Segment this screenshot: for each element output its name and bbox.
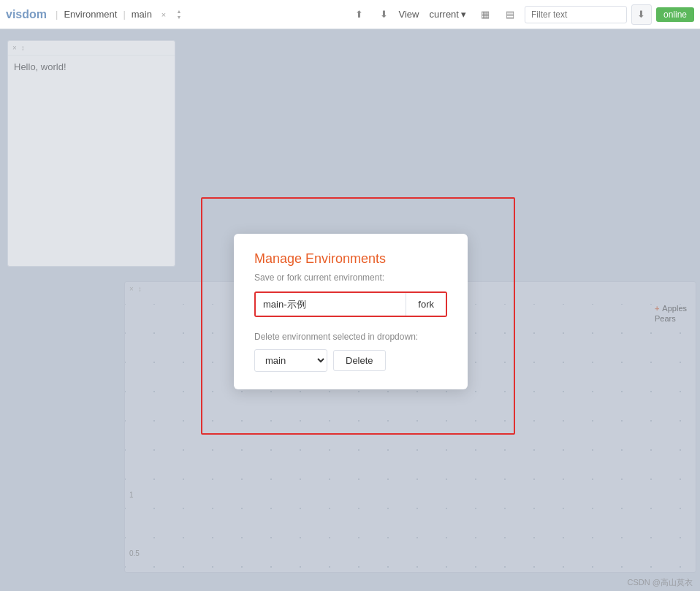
grid-view-button[interactable]: ▦: [475, 4, 495, 25]
modal-title: Manage Environments: [254, 251, 447, 267]
toolbar: visdom | Environment | main × ▲ ▼ ⬆ ⬇ Vi…: [0, 0, 700, 29]
view-current-label: current: [430, 9, 459, 20]
fork-row: fork: [254, 291, 447, 317]
upload-button[interactable]: ⬆: [349, 4, 370, 25]
brand-logo: visdom: [6, 8, 47, 21]
env-close-button[interactable]: ×: [158, 9, 170, 20]
environment-name: main: [132, 9, 152, 20]
fork-input[interactable]: [256, 293, 406, 316]
filter-download-button[interactable]: ⬇: [631, 4, 652, 25]
online-badge: online: [656, 7, 694, 22]
modal-save-subtitle: Save or fork current environment:: [254, 272, 447, 283]
manage-environments-dialog: Manage Environments Save or fork current…: [234, 234, 468, 389]
modal-delete-subtitle: Delete environment selected in dropdown:: [254, 332, 447, 342]
arrow-down-icon[interactable]: ▼: [175, 15, 183, 20]
view-label: View: [399, 9, 419, 20]
delete-row: main Delete: [254, 349, 447, 372]
arrow-up-icon[interactable]: ▲: [175, 9, 183, 15]
filter-input[interactable]: [525, 6, 627, 23]
upload-icon: ⬆: [355, 9, 363, 20]
sep2: |: [123, 9, 125, 20]
fork-button[interactable]: fork: [406, 293, 446, 316]
environment-label: Environment: [64, 9, 117, 20]
list-icon: ▤: [506, 9, 514, 20]
list-view-button[interactable]: ▤: [500, 4, 520, 25]
grid-icon: ▦: [481, 9, 490, 20]
save-button[interactable]: ⬇: [374, 4, 395, 25]
env-arrows: ▲ ▼: [175, 9, 183, 20]
main-content: × ↕ Hello, world! × ↕ 1 0.5 + Apples Pea…: [0, 29, 700, 591]
view-dropdown[interactable]: current ▾: [425, 7, 471, 21]
chevron-down-icon: ▾: [461, 9, 466, 20]
delete-button[interactable]: Delete: [333, 350, 386, 371]
env-select[interactable]: main: [254, 349, 327, 372]
save-icon: ⬇: [380, 9, 388, 20]
filter-icon: ⬇: [637, 9, 645, 20]
sep1: |: [56, 9, 58, 20]
